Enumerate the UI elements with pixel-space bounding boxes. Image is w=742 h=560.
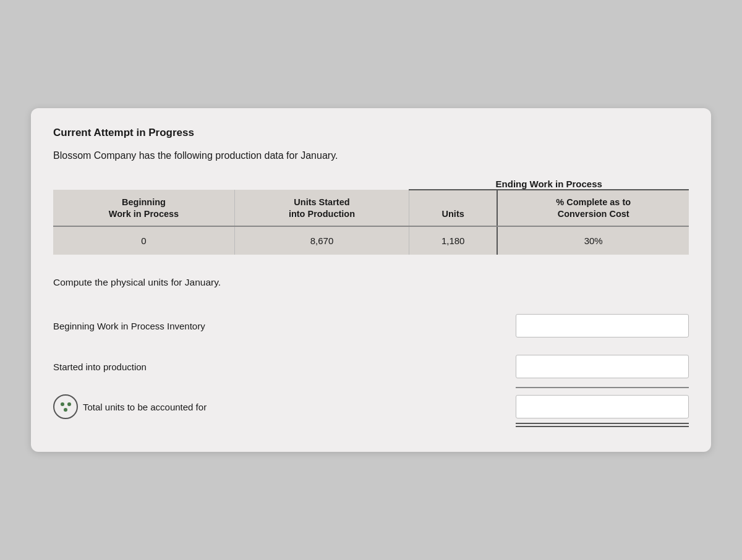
subtitle: Blossom Company has the following produc… (53, 150, 689, 161)
cell-pct-complete: 30% (497, 226, 689, 255)
input-beginning-wip[interactable] (516, 314, 689, 337)
total-label: Total units to be accounted for (83, 402, 207, 412)
col-header-units-started: Units Startedinto Production (234, 190, 409, 227)
data-table-wrapper: Ending Work in Process BeginningWork in … (53, 179, 689, 255)
entry-input-wrapper-total (516, 395, 689, 418)
help-icon[interactable] (53, 394, 78, 419)
data-table: Ending Work in Process BeginningWork in … (53, 179, 689, 255)
main-card: Current Attempt in Progress Blossom Comp… (31, 108, 711, 452)
dot-1 (61, 402, 64, 406)
input-total[interactable] (516, 395, 689, 418)
entry-input-wrapper-0 (516, 314, 689, 337)
icon-container: Total units to be accounted for (53, 394, 207, 419)
section-title: Current Attempt in Progress (53, 127, 689, 139)
icon-dots-inner (61, 402, 71, 412)
col-header-units: Units (409, 190, 497, 227)
ending-wip-header-row: Ending Work in Process (53, 179, 689, 190)
col-header-beginning-wip: BeginningWork in Process (53, 190, 234, 227)
ending-wip-header: Ending Work in Process (409, 179, 689, 190)
cell-units-started: 8,670 (234, 226, 409, 255)
col-headers-row: BeginningWork in Process Units Startedin… (53, 190, 689, 227)
entry-row-started: Started into production (53, 346, 689, 387)
double-line-2 (516, 426, 689, 427)
cell-beginning-wip: 0 (53, 226, 234, 255)
data-row: 0 8,670 1,180 30% (53, 226, 689, 255)
top-dots (61, 402, 71, 406)
dot-2 (67, 402, 71, 406)
entry-row-beginning-wip: Beginning Work in Process Inventory (53, 305, 689, 346)
input-started[interactable] (516, 355, 689, 378)
double-line-1 (516, 423, 689, 424)
entry-section: Beginning Work in Process Inventory Star… (53, 305, 689, 427)
double-divider (516, 423, 689, 427)
entry-label-started: Started into production (53, 362, 516, 372)
total-row: Total units to be accounted for (53, 388, 689, 423)
cell-units: 1,180 (409, 226, 497, 255)
dot-3 (64, 408, 67, 412)
entry-input-wrapper-1 (516, 355, 689, 378)
entry-label-beginning-wip: Beginning Work in Process Inventory (53, 321, 516, 331)
compute-label: Compute the physical units for January. (53, 277, 689, 288)
col-header-pct-complete: % Complete as toConversion Cost (497, 190, 689, 227)
